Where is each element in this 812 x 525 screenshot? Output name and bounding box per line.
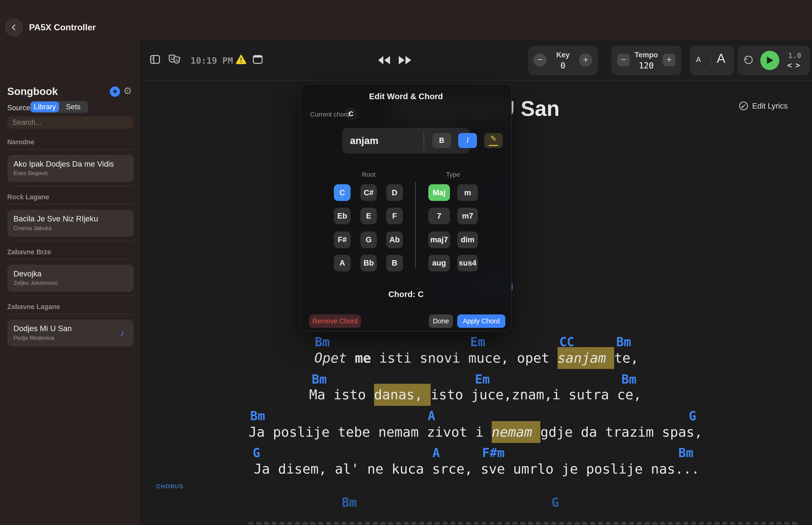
root-button-eb[interactable]: Eb — [334, 208, 351, 224]
sidebar-section: Zabavne BrzeDevojkaZeljko Joksimovic — [0, 248, 141, 296]
type-button-7[interactable]: 7 — [428, 208, 450, 224]
sidebar-section: Zabavne LaganeDodjes Mi U SanPedja Meden… — [0, 303, 141, 346]
type-label: Type — [428, 171, 478, 178]
songbook-sidebar: Songbook + ⚙ Source Library Sets Narodne… — [0, 40, 141, 525]
clock-display: 10:19 PM — [190, 56, 233, 66]
display-window-icon[interactable] — [253, 55, 263, 64]
song-list: NarodneAko Ipak Dodjes Da me VidisEnes B… — [0, 132, 141, 346]
font-larger-button[interactable]: A — [717, 51, 725, 66]
song-card-title: Devojka — [13, 269, 127, 278]
type-button-m[interactable]: m — [457, 184, 478, 201]
tab-sets[interactable]: Sets — [59, 102, 88, 112]
back-button[interactable] — [5, 18, 23, 36]
add-song-button[interactable]: + — [110, 87, 120, 97]
play-icon — [766, 56, 774, 64]
root-button-bb[interactable]: Bb — [361, 255, 377, 271]
playback-control: 1.0 <> — [737, 46, 810, 75]
edit-lyrics-button[interactable]: Edit Lyrics — [739, 102, 787, 110]
root-button-g[interactable]: G — [361, 231, 377, 248]
window-header: PA5X Controller — [0, 0, 812, 40]
song-card[interactable]: DevojkaZeljko Joksimovic — [7, 265, 134, 291]
sidebar-section: Rock LaganeBacila Je Sve Niz RIjekuCrven… — [0, 193, 141, 241]
root-button-ab[interactable]: Ab — [386, 231, 403, 248]
tempo-plus-button[interactable]: + — [663, 54, 675, 66]
italic-button[interactable]: I — [458, 133, 477, 148]
song-card-title: Bacila Je Sve Niz RIjeku — [13, 214, 127, 223]
warning-icon[interactable] — [236, 54, 246, 64]
sidebar-title: Songbook — [7, 86, 58, 97]
song-card[interactable]: Dodjes Mi U SanPedja Medenica♪ — [7, 320, 134, 347]
word-format-panel: anjam B I ✎ — [342, 128, 470, 154]
bold-button[interactable]: B — [432, 133, 451, 148]
section-divider — [7, 204, 134, 205]
chorus-section-label: CHORUS — [156, 483, 184, 490]
divider — [415, 182, 416, 269]
pa5x-controller-app: PA5X Controller Songbook + ⚙ Source Libr… — [0, 0, 812, 525]
type-button-aug[interactable]: aug — [428, 255, 450, 271]
section-label: Zabavne Lagane — [7, 303, 134, 311]
type-button-sus4[interactable]: sus4 — [457, 255, 478, 271]
root-button-f#[interactable]: F# — [334, 231, 351, 248]
word-being-edited: anjam — [350, 135, 379, 146]
speed-up-button[interactable]: > — [796, 61, 804, 70]
music-note-icon: ♪ — [120, 328, 124, 338]
card-divider — [15, 186, 134, 186]
song-card-artist: Pedja Medenica — [13, 335, 127, 341]
type-button-m7[interactable]: m7 — [457, 208, 478, 224]
tab-library[interactable]: Library — [31, 102, 59, 112]
type-button-dim[interactable]: dim — [457, 231, 478, 248]
section-label: Zabavne Brze — [7, 248, 134, 256]
speed-value: 1.0 — [788, 51, 801, 60]
rewind-icon[interactable] — [377, 55, 390, 65]
speed-steppers: <> — [787, 61, 804, 70]
edit-word-button[interactable]: ✎ — [484, 133, 503, 148]
sidebar-toggle-icon[interactable] — [150, 55, 160, 64]
root-button-a[interactable]: A — [334, 255, 351, 271]
song-card-artist: Crvena Jabuka — [13, 225, 127, 231]
font-smaller-button[interactable]: A — [696, 56, 701, 64]
edit-pencil-circle-icon — [739, 102, 748, 110]
song-card-title: Dodjes Mi U San — [13, 324, 127, 333]
main-toolbar: 10:19 PM − Key 0 + − Tempo 120 + A A — [141, 40, 812, 81]
chord-preview: Chord: C — [301, 289, 511, 299]
apply-chord-button[interactable]: Apply Chord — [457, 314, 505, 328]
app-title: PA5X Controller — [29, 22, 96, 32]
edit-lyrics-label: Edit Lyrics — [752, 102, 787, 110]
root-button-e[interactable]: E — [361, 208, 377, 224]
key-control: − Key 0 + — [528, 46, 597, 75]
song-card[interactable]: Bacila Je Sve Niz RIjekuCrvena Jabuka — [7, 210, 134, 237]
root-button-b[interactable]: B — [386, 255, 403, 271]
card-divider — [15, 241, 134, 241]
play-button[interactable] — [760, 51, 780, 70]
root-button-d[interactable]: D — [386, 184, 403, 201]
type-button-maj7[interactable]: maj7 — [428, 231, 450, 248]
section-divider — [7, 149, 134, 150]
divider — [424, 132, 424, 150]
section-label: Narodne — [7, 138, 134, 146]
root-button-f[interactable]: F — [386, 208, 403, 224]
theater-masks-icon[interactable] — [168, 54, 181, 65]
root-button-c#[interactable]: C# — [361, 184, 377, 201]
song-card-title: Ako Ipak Dodjes Da me Vidis — [13, 160, 127, 168]
current-chord-value: C — [344, 107, 358, 121]
remove-chord-button[interactable]: Remove Chord — [309, 314, 361, 328]
root-label: Root — [334, 171, 403, 178]
done-button[interactable]: Done — [429, 314, 453, 328]
song-card-artist: Zeljko Joksimovic — [13, 280, 127, 286]
gear-icon[interactable]: ⚙ — [123, 85, 132, 97]
source-label: Source — [7, 104, 30, 112]
root-button-c[interactable]: C — [334, 184, 351, 201]
divider — [710, 54, 711, 67]
type-button-maj[interactable]: Maj — [428, 184, 450, 201]
restart-icon[interactable] — [743, 55, 753, 66]
clipped-lyric-line — [249, 522, 799, 525]
card-divider — [15, 296, 134, 296]
song-card[interactable]: Ako Ipak Dodjes Da me VidisEnes Begovic — [7, 155, 134, 182]
search-input[interactable] — [7, 117, 133, 129]
speed-down-button[interactable]: < — [787, 61, 795, 70]
sidebar-section: NarodneAko Ipak Dodjes Da me VidisEnes B… — [0, 138, 141, 186]
song-card-artist: Enes Begovic — [13, 170, 127, 177]
font-size-control: A A — [690, 46, 734, 75]
fast-forward-icon[interactable] — [398, 55, 412, 65]
section-divider — [7, 314, 134, 314]
